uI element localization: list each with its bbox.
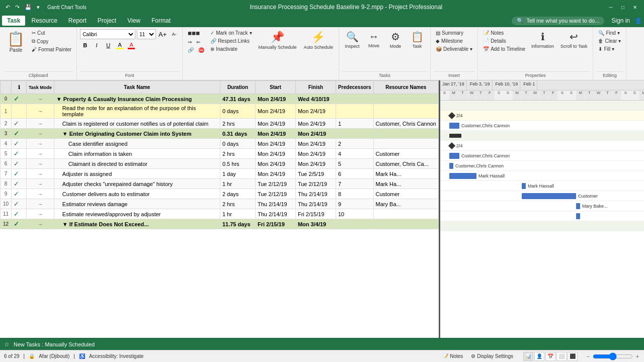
table-row[interactable]: 10 ✓ → Estimator reviews damage 2 hrs Th… <box>1 199 439 209</box>
menu-resource[interactable]: Resource <box>26 16 62 26</box>
calendar-view-button[interactable]: 📅 <box>545 352 555 361</box>
bold-button[interactable]: B <box>80 40 90 50</box>
cell-name[interactable]: Estimate reviewed/approved by adjuster <box>54 209 220 219</box>
timeline-view-button[interactable]: ⬛ <box>568 352 578 361</box>
minimize-button[interactable]: ─ <box>606 3 616 11</box>
cell-name[interactable]: Adjuster checks "unrepaired damage" hist… <box>54 179 220 189</box>
resource-view-button[interactable]: 👤 <box>534 352 544 361</box>
cut-button[interactable]: ✂Cut <box>30 29 73 37</box>
align-left-button[interactable]: ◼◼◼ <box>186 29 202 37</box>
table-row[interactable]: 9 ✓ → Customer delivers auto to estimato… <box>1 189 439 199</box>
font-color-button[interactable]: A <box>126 40 136 50</box>
outdent-button[interactable]: ⇐ <box>194 38 202 46</box>
fill-button[interactable]: ⬇Fill▾ <box>596 45 616 53</box>
inspect-button[interactable]: 🔍 Inspect <box>342 29 362 50</box>
share-icon[interactable]: 👤 <box>635 18 642 24</box>
highlight-color-button[interactable]: A <box>115 40 125 50</box>
information-button[interactable]: ℹ Information <box>529 29 556 50</box>
paste-button[interactable]: 📋 Paste <box>3 29 29 54</box>
find-button[interactable]: 🔍Find▾ <box>596 29 621 37</box>
milestone-button[interactable]: ◆Milestone <box>434 37 465 45</box>
auto-schedule-button[interactable]: ⚡ Auto Schedule <box>301 29 336 51</box>
cell-name[interactable]: ▼ Property & Casualty Insurance Claim Pr… <box>54 94 220 104</box>
manually-schedule-button[interactable]: 📌 Manually Schedule <box>256 29 299 51</box>
decrease-font-button[interactable]: A- <box>169 29 179 39</box>
window-controls[interactable]: ─ □ ✕ <box>606 3 640 11</box>
respect-links-button[interactable]: 🔗 Respect Links <box>208 37 254 45</box>
cell-name[interactable]: Customer delivers auto to estimator <box>54 189 220 199</box>
cell-name[interactable]: ▼ If Estimate Does Not Exceed... <box>54 219 220 229</box>
indent-button[interactable]: ⇒ <box>186 38 194 46</box>
tell-me-box[interactable]: 🔍 Tell me what you want to do... <box>512 17 604 25</box>
sign-in-link[interactable]: Sign in <box>611 17 630 24</box>
undo-icon[interactable]: ↶ <box>4 3 12 12</box>
zoom-out-icon[interactable]: － <box>586 353 591 360</box>
table-row[interactable]: 6 ✓ → Claimant is directed to estimator … <box>1 159 439 169</box>
mark-on-track-button[interactable]: ✓ Mark on Track ▾ <box>208 29 254 37</box>
cell-pred: 10 <box>336 209 373 219</box>
col-header-pred: Predecessors <box>336 81 373 94</box>
quick-access-toolbar[interactable]: ↶ ↷ 💾 ▾ Gantt Chart Tools <box>4 3 87 12</box>
menu-task[interactable]: Task <box>2 16 25 26</box>
clear-button[interactable]: 🗑Clear▾ <box>596 37 623 45</box>
format-painter-button[interactable]: 🖌Format Painter <box>30 46 73 53</box>
dropdown-icon[interactable]: ▾ <box>35 3 41 12</box>
cell-check: ✓ <box>12 94 27 104</box>
gantt-day-label: W <box>594 90 603 100</box>
table-row[interactable]: 0 ✓ → ▼ Property & Casualty Insurance Cl… <box>1 94 439 104</box>
link-button[interactable]: 🔗 <box>186 46 196 54</box>
cell-pred: 6 <box>336 169 373 179</box>
table-row[interactable]: 12 ✓ → ▼ If Estimate Does Not Exceed... … <box>1 219 439 229</box>
cell-name[interactable]: Estimator reviews damage <box>54 199 220 209</box>
menu-view[interactable]: View <box>122 16 145 26</box>
notes-button[interactable]: 📝Notes <box>481 29 527 37</box>
cell-name[interactable]: Claim information is taken <box>54 149 220 159</box>
table-row[interactable]: 4 ✓ → Case identifier assigned 0 days Mo… <box>1 139 439 149</box>
redo-icon[interactable]: ↷ <box>14 3 21 12</box>
copy-button[interactable]: ⧉Copy <box>30 37 73 45</box>
details-button[interactable]: 📄Details <box>481 37 527 45</box>
increase-font-button[interactable]: A+ <box>157 29 168 39</box>
menu-report[interactable]: Report <box>63 16 92 26</box>
menu-format[interactable]: Format <box>146 16 176 26</box>
table-row[interactable]: 7 ✓ → Adjuster is assigned 1 day Mon 2/4… <box>1 169 439 179</box>
network-view-button[interactable]: ⬜ <box>556 352 567 361</box>
add-to-timeline-button[interactable]: 📅Add to Timeline <box>481 45 527 53</box>
gantt-row: Customer,Chris Cannon <box>440 121 644 131</box>
zoom-slider[interactable] <box>593 353 633 360</box>
close-button[interactable]: ✕ <box>630 3 640 11</box>
notes-button-bottom[interactable]: 📝 Notes <box>440 353 465 359</box>
cell-name[interactable]: ▼ Enter Originating Customer Claim into … <box>54 129 220 139</box>
cell-name[interactable]: Read the note for an explanation of the … <box>54 104 220 119</box>
menu-project[interactable]: Project <box>93 16 121 26</box>
table-row[interactable]: 2 ✓ → Claim is registered or customer no… <box>1 119 439 129</box>
cell-duration: 2 hrs <box>220 199 255 209</box>
display-settings-button[interactable]: ⚙ Display Settings <box>469 353 515 359</box>
zoom-in-icon[interactable]: ＋ <box>635 353 640 360</box>
cell-name[interactable]: Claim is registered or customer notifies… <box>54 119 220 129</box>
table-row[interactable]: 11 ✓ → Estimate reviewed/approved by adj… <box>1 209 439 219</box>
clipboard-label: Clipboard <box>3 71 73 78</box>
maximize-button[interactable]: □ <box>618 3 628 11</box>
gantt-view-button[interactable]: 📊 <box>523 352 533 361</box>
italic-button[interactable]: I <box>92 40 102 50</box>
table-row[interactable]: 1 → Read the note for an explanation of … <box>1 104 439 119</box>
cell-name[interactable]: Adjuster is assigned <box>54 169 220 179</box>
cell-name[interactable]: Case identifier assigned <box>54 139 220 149</box>
deliverable-button[interactable]: 📦Deliverable ▾ <box>434 45 474 53</box>
summary-button[interactable]: ▤Summary <box>434 29 465 37</box>
font-size-select[interactable]: 11 <box>137 29 156 39</box>
mode-button[interactable]: ⚙ Mode <box>385 29 406 50</box>
table-row[interactable]: 5 ✓ → Claim information is taken 2 hrs M… <box>1 149 439 159</box>
task-button[interactable]: 📋 Task <box>407 29 427 50</box>
inactivate-button[interactable]: ⊗ Inactivate <box>208 45 254 53</box>
font-name-select[interactable]: Calibri <box>80 29 135 39</box>
unlink-button[interactable]: ⛔ <box>196 46 206 54</box>
table-row[interactable]: 3 ✓ → ▼ Enter Originating Customer Claim… <box>1 129 439 139</box>
table-row[interactable]: 8 ✓ → Adjuster checks "unrepaired damage… <box>1 179 439 189</box>
cell-name[interactable]: Claimant is directed to estimator <box>54 159 220 169</box>
scroll-to-task-button[interactable]: ↩ Scroll to Task <box>558 29 590 50</box>
underline-button[interactable]: U <box>103 40 113 50</box>
move-button[interactable]: ↔ Move <box>364 29 384 50</box>
save-icon[interactable]: 💾 <box>23 3 33 12</box>
